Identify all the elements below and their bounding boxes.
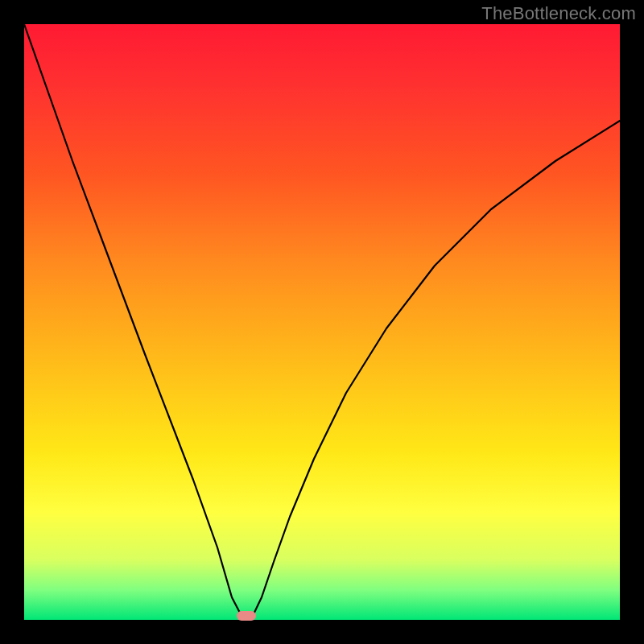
watermark-text: TheBottleneck.com [481, 3, 636, 24]
bottleneck-curve [24, 24, 620, 620]
optimum-marker [237, 611, 256, 621]
curve-path [24, 24, 620, 620]
plot-area [24, 24, 620, 620]
chart-frame: TheBottleneck.com [0, 0, 644, 644]
